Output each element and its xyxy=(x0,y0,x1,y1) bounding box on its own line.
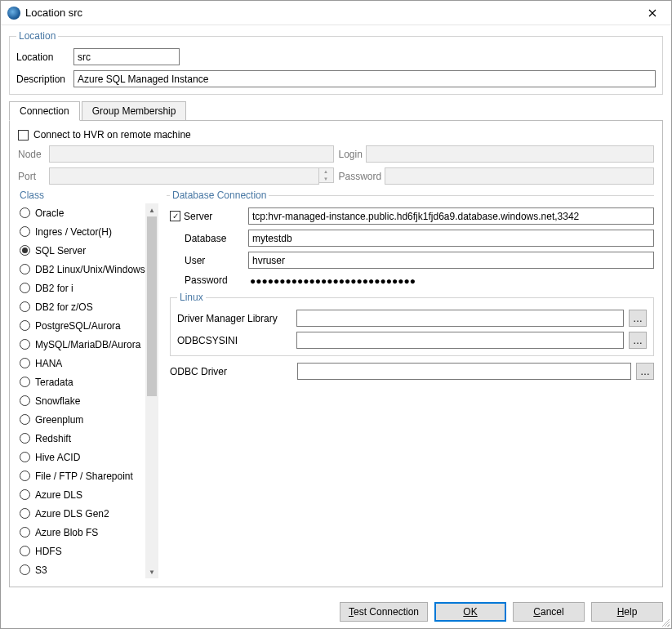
radio-icon[interactable] xyxy=(20,245,30,256)
server-checkbox[interactable]: ✓ xyxy=(170,211,180,221)
test-connection-button[interactable]: Test Connection xyxy=(340,602,428,622)
odbcsysini-input[interactable] xyxy=(296,332,624,349)
password-input-remote xyxy=(385,167,654,185)
class-option[interactable]: Azure Blob FS xyxy=(18,523,145,542)
radio-icon[interactable] xyxy=(20,301,30,312)
tab-connection[interactable]: Connection xyxy=(9,101,80,121)
class-option-label: Hive ACID xyxy=(35,452,80,463)
odbc-driver-browse-button[interactable]: … xyxy=(636,363,654,380)
radio-icon[interactable] xyxy=(20,508,30,519)
password-label: Password xyxy=(185,274,228,286)
class-option-label: HDFS xyxy=(35,546,62,557)
class-option[interactable]: MySQL/MariaDB/Aurora xyxy=(18,335,145,354)
class-option[interactable]: File / FTP / Sharepoint xyxy=(18,466,145,485)
footer: Test Connection OK Cancel Help xyxy=(1,597,671,628)
class-option[interactable]: Ingres / Vector(H) xyxy=(18,222,145,241)
chevron-up-icon[interactable]: ▲ xyxy=(145,203,158,216)
class-option[interactable]: Teradata xyxy=(18,372,145,391)
radio-icon[interactable] xyxy=(20,414,30,425)
radio-icon[interactable] xyxy=(20,527,30,538)
class-option[interactable]: Azure DLS Gen2 xyxy=(18,504,145,523)
scrollbar-thumb[interactable] xyxy=(147,216,157,396)
radio-icon[interactable] xyxy=(20,226,30,237)
radio-icon[interactable] xyxy=(20,283,30,293)
class-scrollbar[interactable]: ▲ ▼ xyxy=(145,203,158,578)
class-option-label: Redshift xyxy=(35,433,71,444)
radio-icon[interactable] xyxy=(20,564,30,575)
server-label: Server xyxy=(184,211,212,222)
port-label: Port xyxy=(18,171,46,182)
location-label: Location xyxy=(16,51,69,63)
radio-icon[interactable] xyxy=(20,320,30,331)
class-option[interactable]: DB2 for z/OS xyxy=(18,297,145,316)
class-option[interactable]: HDFS xyxy=(18,542,145,560)
user-input[interactable] xyxy=(248,252,654,269)
chevron-down-icon: ▼ xyxy=(319,176,333,183)
driver-mgr-input[interactable] xyxy=(296,310,624,327)
radio-icon[interactable] xyxy=(20,377,30,387)
odbc-driver-input[interactable] xyxy=(297,363,631,380)
linux-fieldset: Linux Driver Manager Library … ODBCSYSIN… xyxy=(170,292,654,356)
description-input[interactable] xyxy=(73,70,656,87)
resize-grip-icon[interactable] xyxy=(660,617,670,627)
cancel-button[interactable]: Cancel xyxy=(513,602,585,622)
radio-icon[interactable] xyxy=(20,433,30,444)
driver-mgr-label: Driver Manager Library xyxy=(177,313,291,324)
database-input[interactable] xyxy=(248,230,654,247)
chevron-down-icon[interactable]: ▼ xyxy=(145,565,158,578)
class-header: Class xyxy=(18,190,158,203)
radio-icon[interactable] xyxy=(20,452,30,462)
ok-button[interactable]: OK xyxy=(434,602,506,622)
tab-body: Connect to HVR on remote machine Node Lo… xyxy=(9,120,663,587)
server-input[interactable] xyxy=(248,207,654,225)
db-connection-fieldset: Database Connection ✓ Server Database Us… xyxy=(167,190,654,391)
class-option[interactable]: Hive ACID xyxy=(18,448,145,466)
password-display[interactable]: ●●●●●●●●●●●●●●●●●●●●●●●●●●●● xyxy=(248,274,654,287)
class-option-label: File / FTP / Sharepoint xyxy=(35,471,133,482)
tab-group-membership[interactable]: Group Membership xyxy=(82,101,187,121)
radio-icon[interactable] xyxy=(20,546,30,556)
odbcsysini-browse-button[interactable]: … xyxy=(629,332,647,349)
port-input xyxy=(49,167,319,185)
radio-icon[interactable] xyxy=(20,264,30,274)
class-option[interactable]: S3 xyxy=(18,560,145,578)
radio-icon[interactable] xyxy=(20,489,30,500)
class-option-label: DB2 for i xyxy=(35,283,73,294)
login-input xyxy=(366,145,654,163)
location-input[interactable] xyxy=(73,48,180,65)
class-option[interactable]: Oracle xyxy=(18,203,145,222)
connect-remote-checkbox[interactable] xyxy=(18,130,29,141)
class-option[interactable]: DB2 Linux/Unix/Windows xyxy=(18,260,145,279)
driver-mgr-browse-button[interactable]: … xyxy=(629,310,647,327)
class-option-label: PostgreSQL/Aurora xyxy=(35,320,121,332)
class-option[interactable]: Greenplum xyxy=(18,410,145,429)
odbc-driver-label: ODBC Driver xyxy=(170,366,292,377)
radio-icon[interactable] xyxy=(20,339,30,350)
class-option-label: SQL Server xyxy=(35,245,86,257)
connect-remote-label: Connect to HVR on remote machine xyxy=(33,129,191,141)
tabs: Connection Group Membership xyxy=(9,101,663,121)
class-option[interactable]: Azure DLS xyxy=(18,485,145,504)
radio-icon[interactable] xyxy=(20,471,30,481)
radio-icon[interactable] xyxy=(20,358,30,368)
help-button[interactable]: Help xyxy=(591,602,663,622)
class-option[interactable]: Redshift xyxy=(18,429,145,448)
class-option-label: S3 xyxy=(35,564,47,576)
chevron-up-icon: ▲ xyxy=(319,168,333,176)
class-option[interactable]: PostgreSQL/Aurora xyxy=(18,316,145,335)
class-option-label: Ingres / Vector(H) xyxy=(35,226,112,238)
class-option[interactable]: Snowflake xyxy=(18,391,145,410)
class-option[interactable]: HANA xyxy=(18,354,145,372)
radio-icon[interactable] xyxy=(20,207,30,218)
class-option[interactable]: DB2 for i xyxy=(18,279,145,297)
radio-icon[interactable] xyxy=(20,395,30,406)
app-icon xyxy=(7,7,20,20)
node-input xyxy=(49,145,334,163)
close-button[interactable] xyxy=(640,1,665,25)
description-label: Description xyxy=(16,74,69,85)
class-option-label: Teradata xyxy=(35,377,73,388)
class-option-label: Azure Blob FS xyxy=(35,527,98,538)
class-option[interactable]: SQL Server xyxy=(18,241,145,260)
db-connection-legend: Database Connection xyxy=(170,190,269,201)
close-icon xyxy=(648,9,656,17)
